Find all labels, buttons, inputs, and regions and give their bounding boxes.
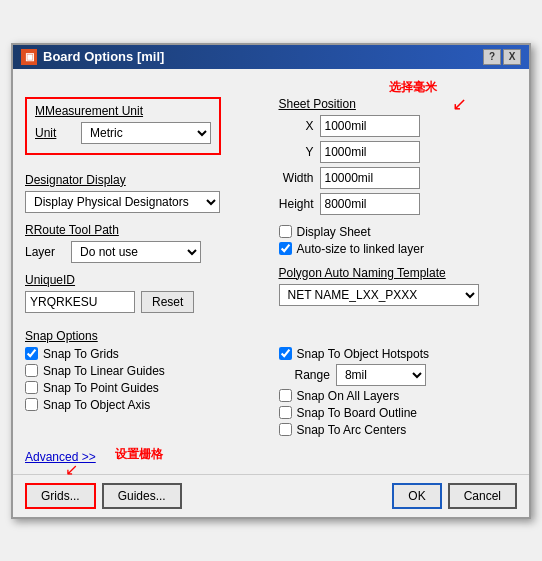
snap-to-linear-guides-row: Snap To Linear Guides: [25, 364, 264, 378]
range-row: Range 8mil 4mil 16mil: [295, 364, 518, 386]
reset-button[interactable]: Reset: [141, 291, 194, 313]
designator-display-select[interactable]: Display Physical Designators Display Log…: [25, 191, 220, 213]
unit-label: Unit: [35, 126, 75, 140]
sheet-position-section: Sheet Position X 1000mil Y 1000mil Width…: [279, 97, 518, 215]
snap-to-point-guides-row: Snap To Point Guides: [25, 381, 264, 395]
y-label: Y: [279, 145, 314, 159]
snap-to-point-guides-checkbox[interactable]: [25, 381, 38, 394]
snap-options-section: Snap Options Snap To Grids Snap To Linea…: [25, 329, 517, 440]
advanced-area: Advanced >> 设置栅格 ↙: [25, 446, 517, 464]
snap-to-arc-centers-row: Snap To Arc Centers: [279, 423, 518, 437]
ok-button[interactable]: OK: [392, 483, 441, 509]
height-label: Height: [279, 197, 314, 211]
sheet-position-label: Sheet Position: [279, 97, 518, 111]
snap-options-row: Snap To Grids Snap To Linear Guides Snap…: [25, 347, 517, 440]
guides-button[interactable]: Guides...: [102, 483, 182, 509]
snap-to-arc-centers-checkbox[interactable]: [279, 423, 292, 436]
x-label: X: [279, 119, 314, 133]
auto-size-row: Auto-size to linked layer: [279, 242, 518, 256]
advanced-link[interactable]: Advanced >>: [25, 450, 96, 464]
snap-to-hotspots-row: Snap To Object Hotspots: [279, 347, 518, 361]
unique-id-label: UniqueID: [25, 273, 264, 287]
route-tool-path-label: RRoute Tool Path: [25, 223, 264, 237]
left-column: MMeasurement Unit Unit Metric Imperial: [25, 97, 264, 323]
snap-left-col: Snap To Grids Snap To Linear Guides Snap…: [25, 347, 264, 440]
app-icon: ▣: [21, 49, 37, 65]
height-input[interactable]: 8000mil: [320, 193, 420, 215]
range-select[interactable]: 8mil 4mil 16mil: [336, 364, 426, 386]
polygon-naming-label: Polygon Auto Naming Template: [279, 266, 518, 280]
width-field-row: Width 10000mil: [279, 167, 518, 189]
y-field-row: Y 1000mil: [279, 141, 518, 163]
x-field-row: X 1000mil: [279, 115, 518, 137]
snap-to-hotspots-checkbox[interactable]: [279, 347, 292, 360]
snap-to-linear-guides-checkbox[interactable]: [25, 364, 38, 377]
measurement-unit-section: MMeasurement Unit Unit Metric Imperial: [25, 97, 264, 163]
title-bar-left: ▣ Board Options [mil]: [21, 49, 164, 65]
route-tool-path-section: RRoute Tool Path Layer Do not use Layer …: [25, 223, 264, 263]
main-row: MMeasurement Unit Unit Metric Imperial: [25, 97, 517, 323]
layer-field-row: Layer Do not use Layer 1: [25, 241, 264, 263]
display-sheet-checkbox[interactable]: [279, 225, 292, 238]
grids-button[interactable]: Grids...: [25, 483, 96, 509]
right-column: Sheet Position X 1000mil Y 1000mil Width…: [274, 97, 518, 323]
layer-select[interactable]: Do not use Layer 1: [71, 241, 201, 263]
snap-to-object-axis-label: Snap To Object Axis: [43, 398, 150, 412]
width-label: Width: [279, 171, 314, 185]
arrow-down2-icon: ↙: [65, 460, 78, 479]
snap-to-object-axis-checkbox[interactable]: [25, 398, 38, 411]
dialog-content: 选择毫米 ↙ MMeasurement Unit Unit: [13, 69, 529, 474]
bottom-buttons-bar: Grids... Guides... OK Cancel: [13, 474, 529, 517]
snap-to-point-guides-label: Snap To Point Guides: [43, 381, 159, 395]
measurement-unit-box: MMeasurement Unit Unit Metric Imperial: [25, 97, 221, 155]
arrow-down-icon: ↙: [452, 93, 467, 115]
auto-size-checkbox[interactable]: [279, 242, 292, 255]
measurement-unit-label: MMeasurement Unit: [35, 104, 211, 118]
snap-to-linear-guides-label: Snap To Linear Guides: [43, 364, 165, 378]
height-field-row: Height 8000mil: [279, 193, 518, 215]
snap-on-all-layers-row: Snap On All Layers: [279, 389, 518, 403]
snap-right-col: Snap To Object Hotspots Range 8mil 4mil …: [274, 347, 518, 440]
range-label: Range: [295, 368, 330, 382]
polygon-naming-section: Polygon Auto Naming Template NET NAME_LX…: [279, 266, 518, 306]
snap-to-grids-label: Snap To Grids: [43, 347, 119, 361]
snap-options-label: Snap Options: [25, 329, 517, 343]
snap-on-all-layers-label: Snap On All Layers: [297, 389, 400, 403]
layer-label: Layer: [25, 245, 65, 259]
unique-id-input[interactable]: YRQRKESU: [25, 291, 135, 313]
annotation-set-grid: 设置栅格: [115, 446, 163, 463]
snap-to-board-outline-checkbox[interactable]: [279, 406, 292, 419]
title-bar: ▣ Board Options [mil] ? X: [13, 45, 529, 69]
help-button[interactable]: ?: [483, 49, 501, 65]
x-input[interactable]: 1000mil: [320, 115, 420, 137]
board-options-dialog: ▣ Board Options [mil] ? X 选择毫米 ↙ MMeasur…: [11, 43, 531, 519]
unique-id-row: YRQRKESU Reset: [25, 291, 264, 313]
unique-id-section: UniqueID YRQRKESU Reset: [25, 273, 264, 313]
cancel-button[interactable]: Cancel: [448, 483, 517, 509]
width-input[interactable]: 10000mil: [320, 167, 420, 189]
annotation-select-mil: 选择毫米: [389, 79, 437, 96]
snap-to-arc-centers-label: Snap To Arc Centers: [297, 423, 407, 437]
display-sheet-label: Display Sheet: [297, 225, 371, 239]
designator-display-section: Designator Display Display Physical Desi…: [25, 173, 264, 213]
unit-select[interactable]: Metric Imperial: [81, 122, 211, 144]
snap-to-grids-checkbox[interactable]: [25, 347, 38, 360]
snap-to-object-axis-row: Snap To Object Axis: [25, 398, 264, 412]
snap-to-grids-row: Snap To Grids: [25, 347, 264, 361]
dialog-title: Board Options [mil]: [43, 49, 164, 64]
display-sheet-row: Display Sheet: [279, 225, 518, 239]
polygon-naming-select[interactable]: NET NAME_LXX_PXXX: [279, 284, 479, 306]
title-controls: ? X: [483, 49, 521, 65]
auto-size-label: Auto-size to linked layer: [297, 242, 424, 256]
unit-field-row: Unit Metric Imperial: [35, 122, 211, 144]
designator-display-label: Designator Display: [25, 173, 264, 187]
snap-to-board-outline-label: Snap To Board Outline: [297, 406, 418, 420]
snap-to-hotspots-label: Snap To Object Hotspots: [297, 347, 430, 361]
display-options-section: Display Sheet Auto-size to linked layer: [279, 225, 518, 256]
snap-on-all-layers-checkbox[interactable]: [279, 389, 292, 402]
close-button[interactable]: X: [503, 49, 521, 65]
annotation-area: 选择毫米 ↙: [25, 79, 517, 97]
y-input[interactable]: 1000mil: [320, 141, 420, 163]
snap-to-board-outline-row: Snap To Board Outline: [279, 406, 518, 420]
